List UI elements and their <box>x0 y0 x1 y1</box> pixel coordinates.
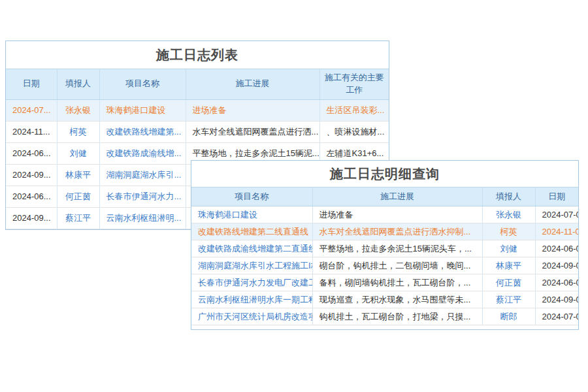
detail-col-project: 项目名称 <box>191 188 312 206</box>
cell-project[interactable]: 改建铁路成渝线增... <box>99 142 186 164</box>
cell-progress: 水车对全线遮阳网覆盖点进行洒... <box>186 121 319 142</box>
table-row[interactable]: 改建铁路线增建第二线直通线（成都-西 水车对全线遮阳网覆盖点进行洒水抑制... … <box>191 223 578 240</box>
cell-project[interactable]: 珠海鹤港口建设 <box>99 99 186 121</box>
cell-project[interactable]: 长春市伊通河水力发电厂改建工程 <box>191 274 312 291</box>
cell-reporter[interactable]: 张永银 <box>57 99 99 121</box>
log-list-col-project: 项目名称 <box>99 69 186 100</box>
cell-project[interactable]: 改建铁路线增建第二线直通线（成都-西 <box>191 223 312 240</box>
cell-progress: 平整场地，拉走多余泥土15辆泥头车，... <box>312 240 482 257</box>
cell-date: 2024-06... <box>6 142 57 164</box>
cell-date: 2024-09... <box>6 164 57 186</box>
table-row[interactable]: 长春市伊通河水力发电厂改建工程 备料，砌间墙钩机排土，瓦工砌台阶，... 何正茵… <box>191 274 578 291</box>
cell-date: 2024-06-07 <box>535 240 578 257</box>
cell-project[interactable]: 广州市天河区统计局机房改造项目 <box>191 308 312 325</box>
construction-log-detail-panel: 施工日志明细查询 项目名称 施工进展 填报人 日期 珠海鹤港口建设 进场准备 张… <box>191 160 579 330</box>
cell-project[interactable]: 云南水利枢纽潜明... <box>99 207 186 229</box>
log-list-col-date: 日期 <box>6 69 57 100</box>
cell-date: 2024-09... <box>6 207 57 229</box>
detail-header-row: 项目名称 施工进展 填报人 日期 <box>191 188 578 206</box>
cell-project[interactable]: 长春市伊通河水力... <box>99 186 186 207</box>
cell-reporter[interactable]: 蔡江平 <box>482 291 535 308</box>
cell-reporter[interactable]: 蔡江平 <box>57 207 99 229</box>
cell-date: 2024-09-09 <box>535 257 578 274</box>
cell-reporter[interactable]: 柯英 <box>57 121 99 142</box>
table-row[interactable]: 2024-11... 柯英 改建铁路线增建第... 水车对全线遮阳网覆盖点进行洒… <box>6 121 389 142</box>
cell-progress: 现场巡查，无积水现象，水马围壁等未... <box>312 291 482 308</box>
cell-mainwork: 生活区吊装彩... <box>319 99 389 121</box>
table-row[interactable]: 2024-07... 张永银 珠海鹤港口建设 进场准备 生活区吊装彩... <box>6 99 389 121</box>
cell-reporter[interactable]: 何正茵 <box>482 274 535 291</box>
cell-project[interactable]: 云南水利枢纽潜明水库一期工程施工I标 <box>191 291 312 308</box>
cell-progress: 水车对全线遮阳网覆盖点进行洒水抑制... <box>312 223 482 240</box>
cell-progress: 进场准备 <box>312 206 482 223</box>
cell-date: 2024-09-09 <box>535 291 578 308</box>
cell-reporter[interactable]: 刘健 <box>482 240 535 257</box>
cell-mainwork: 、喷淋设施材... <box>319 121 389 142</box>
cell-reporter[interactable]: 张永银 <box>482 206 535 223</box>
cell-date: 2024-06... <box>6 186 57 207</box>
cell-progress: 进场准备 <box>186 99 319 121</box>
log-list-col-reporter: 填报人 <box>57 69 99 100</box>
cell-progress: 备料，砌间墙钩机排土，瓦工砌台阶，... <box>312 274 482 291</box>
table-row[interactable]: 广州市天河区统计局机房改造项目 钩机排土，瓦工砌台阶，打地梁，只摸... 断郎 … <box>191 308 578 325</box>
cell-progress: 砌台阶，钩机排土，二包砌间墙，晚间... <box>312 257 482 274</box>
cell-progress: 钩机排土，瓦工砌台阶，打地梁，只摸... <box>312 308 482 325</box>
detail-col-reporter: 填报人 <box>482 188 535 206</box>
cell-reporter[interactable]: 林康平 <box>482 257 535 274</box>
log-list-col-progress: 施工进展 <box>186 69 319 100</box>
cell-date: 2024-07-09 <box>535 308 578 325</box>
cell-project[interactable]: 湖南洞庭湖水库引... <box>99 164 186 186</box>
table-row[interactable]: 湖南洞庭湖水库引水工程施工I标 砌台阶，钩机排土，二包砌间墙，晚间... 林康平… <box>191 257 578 274</box>
table-row[interactable]: 珠海鹤港口建设 进场准备 张永银 2024-07-09 <box>191 206 578 223</box>
log-list-col-mainwork: 施工有关的主要工作 <box>319 69 389 100</box>
detail-query-title: 施工日志明细查询 <box>191 161 578 187</box>
cell-reporter[interactable]: 刘健 <box>57 142 99 164</box>
table-row[interactable]: 改建铁路成渝线增建第二直通线（成渝 平整场地，拉走多余泥土15辆泥头车，... … <box>191 240 578 257</box>
cell-project[interactable]: 改建铁路线增建第... <box>99 121 186 142</box>
detail-query-table: 项目名称 施工进展 填报人 日期 珠海鹤港口建设 进场准备 张永银 2024-0… <box>191 187 578 325</box>
cell-reporter[interactable]: 柯英 <box>482 223 535 240</box>
cell-project[interactable]: 湖南洞庭湖水库引水工程施工I标 <box>191 257 312 274</box>
cell-date: 2024-11-01 <box>535 223 578 240</box>
cell-date: 2024-11... <box>6 121 57 142</box>
log-list-title: 施工日志列表 <box>6 41 389 69</box>
cell-project[interactable]: 改建铁路成渝线增建第二直通线（成渝 <box>191 240 312 257</box>
cell-reporter[interactable]: 断郎 <box>482 308 535 325</box>
table-row[interactable]: 云南水利枢纽潜明水库一期工程施工I标 现场巡查，无积水现象，水马围壁等未... … <box>191 291 578 308</box>
cell-reporter[interactable]: 何正茵 <box>57 186 99 207</box>
detail-col-date: 日期 <box>535 188 578 206</box>
cell-reporter[interactable]: 林康平 <box>57 164 99 186</box>
cell-date: 2024-07... <box>6 99 57 121</box>
cell-date: 2024-06-04 <box>535 274 578 291</box>
detail-col-progress: 施工进展 <box>312 188 482 206</box>
log-list-header-row: 日期 填报人 项目名称 施工进展 施工有关的主要工作 <box>6 69 389 100</box>
cell-date: 2024-07-09 <box>535 206 578 223</box>
cell-project[interactable]: 珠海鹤港口建设 <box>191 206 312 223</box>
